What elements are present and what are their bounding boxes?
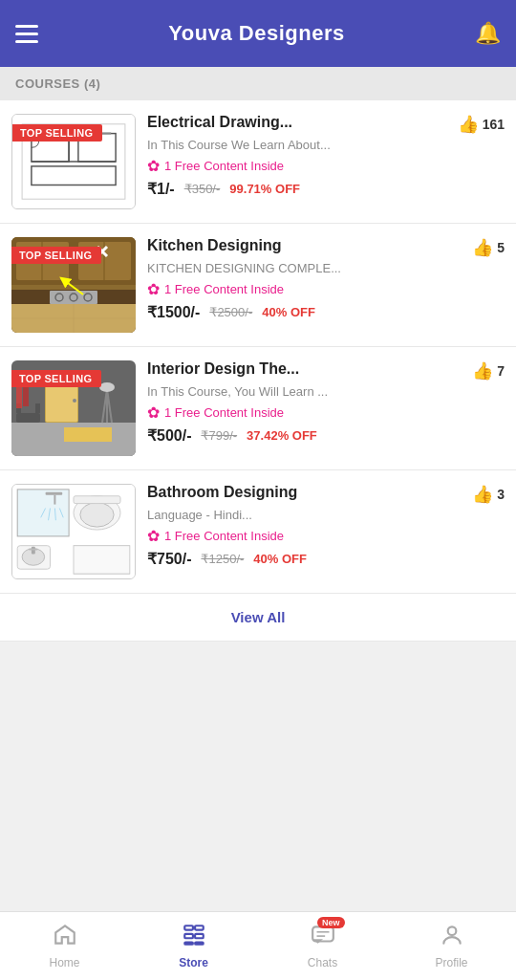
current-price: ₹500/- [147,426,191,445]
course-thumbnail [11,484,136,579]
view-all-button[interactable]: View All [231,609,286,625]
course-title: Electrical Drawing... [147,114,450,131]
current-price: ₹1500/- [147,303,200,321]
thumbs-up-icon: 👍 [472,237,493,258]
svg-rect-62 [195,934,204,938]
svg-rect-15 [50,291,97,304]
hamburger-menu[interactable] [15,25,38,43]
svg-rect-30 [64,427,112,442]
nav-item-chats[interactable]: New Chats [258,912,387,980]
chats-icon [311,926,335,952]
nav-label-home: Home [49,956,79,969]
course-info: Electrical Drawing... 👍 161 In This Cour… [147,114,505,198]
like-count: 👍 5 [472,237,505,258]
svg-point-68 [447,926,456,935]
top-selling-badge: TOP SELLING [11,247,101,264]
svg-rect-65 [312,926,333,941]
svg-rect-61 [184,934,193,938]
svg-rect-37 [35,403,40,413]
free-content-row: ✿ 1 Free Content Inside [147,403,505,422]
courses-list: TOP SELLING Electrical Drawing... [0,100,516,594]
store-icon [182,923,206,953]
free-content-text: 1 Free Content Inside [164,282,284,296]
discount-badge: 40% OFF [253,552,307,566]
nav-label-store: Store [179,956,208,969]
thumbs-up-icon: 👍 [458,114,479,135]
original-price: ₹2500/- [209,305,252,319]
flower-icon: ✿ [147,280,160,298]
flower-icon: ✿ [147,403,160,422]
profile-icon [440,923,464,953]
free-content-text: 1 Free Content Inside [164,159,284,173]
svg-point-29 [73,399,76,403]
course-title: Kitchen Designing [147,237,464,254]
price-row: ₹500/- ₹799/- 37.42% OFF [147,426,505,445]
thumbs-up-icon: 👍 [472,360,493,381]
svg-rect-35 [16,413,40,423]
svg-rect-60 [195,926,204,929]
discount-badge: 99.71% OFF [229,182,300,196]
course-description: Language - Hindi... [147,508,415,522]
original-price: ₹350/- [184,182,221,196]
nav-item-home[interactable]: Home [0,912,129,980]
nav-item-profile[interactable]: Profile [387,912,516,980]
like-count: 👍 161 [458,114,505,135]
course-item[interactable]: Bathroom Designing 👍 3 Language - Hindi.… [0,470,516,594]
flower-icon: ✿ [147,157,160,175]
nav-item-store[interactable]: Store [129,912,258,980]
app-title: Youva Designers [168,21,344,46]
like-count: 👍 7 [472,360,505,381]
svg-rect-42 [46,492,63,495]
thumbs-up-icon: 👍 [472,484,493,505]
original-price: ₹1250/- [201,552,244,566]
svg-rect-59 [184,926,193,929]
course-item[interactable]: TOP SELLING Electrical Drawing... [0,100,516,224]
free-content-row: ✿ 1 Free Content Inside [147,280,505,298]
free-content-row: ✿ 1 Free Content Inside [147,157,505,175]
course-thumbnail: TOP SELLING [11,114,136,209]
svg-point-49 [80,503,114,527]
course-item[interactable]: TOP SELLING [0,347,516,470]
svg-rect-39 [23,387,29,406]
course-thumbnail: TOP SELLING [11,237,136,333]
course-thumbnail: TOP SELLING [11,360,136,456]
current-price: ₹750/- [147,550,191,568]
new-badge: New [317,917,345,928]
course-info: Kitchen Designing 👍 5 KITCHEN DESIGNING … [147,237,505,321]
notification-icon[interactable]: 🔔 [475,21,501,46]
price-row: ₹750/- ₹1250/- 40% OFF [147,550,505,568]
svg-rect-63 [184,943,193,945]
bottom-navigation: Home Store [0,911,516,980]
top-selling-badge: TOP SELLING [11,124,102,142]
free-content-text: 1 Free Content Inside [164,529,284,543]
app-header: Youva Designers 🔔 [0,0,516,67]
svg-rect-58 [74,546,130,574]
svg-rect-64 [195,943,204,945]
course-description: In This Course, You Will Learn ... [147,384,415,399]
discount-badge: 40% OFF [262,305,315,319]
like-count: 👍 3 [472,484,505,505]
discount-badge: 37.42% OFF [247,428,317,443]
original-price: ₹799/- [201,428,237,443]
svg-rect-54 [29,549,38,551]
course-title: Bathroom Designing [147,484,464,501]
flower-icon: ✿ [147,527,160,545]
nav-label-profile: Profile [435,956,467,969]
free-content-text: 1 Free Content Inside [164,405,284,420]
course-info: Interior Design The... 👍 7 In This Cours… [147,360,505,445]
course-item[interactable]: TOP SELLING [0,224,516,347]
course-description: KITCHEN DESIGNING COMPLE... [147,261,415,275]
home-icon [53,923,77,953]
course-info: Bathroom Designing 👍 3 Language - Hindi.… [147,484,505,568]
price-row: ₹1500/- ₹2500/- 40% OFF [147,303,505,321]
top-selling-badge: TOP SELLING [11,370,101,387]
nav-label-chats: Chats [308,956,337,969]
free-content-row: ✿ 1 Free Content Inside [147,527,505,545]
price-row: ₹1/- ₹350/- 99.71% OFF [147,180,505,198]
course-description: In This Course We Learn About... [147,138,415,152]
svg-rect-50 [74,496,120,504]
current-price: ₹1/- [147,180,175,198]
svg-rect-43 [54,495,55,505]
view-all-container: View All [0,594,516,642]
section-label: COURSES (4) [0,67,516,100]
